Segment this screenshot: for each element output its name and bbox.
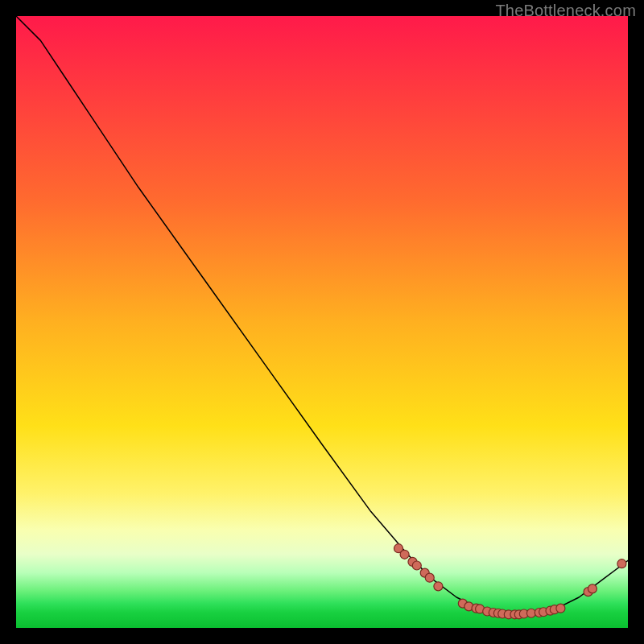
chart-container: TheBottleneck.com [0,0,644,644]
watermark-text: TheBottleneck.com [495,2,636,20]
plot-gradient-background [16,16,628,628]
data-point [556,604,565,613]
bottleneck-curve [16,16,628,616]
chart-svg [16,16,628,628]
data-point [412,561,421,570]
data-point [434,582,443,591]
data-points-group [394,544,626,619]
data-point [400,550,409,559]
data-point [588,584,597,593]
data-point [425,573,434,582]
data-point [617,559,626,568]
